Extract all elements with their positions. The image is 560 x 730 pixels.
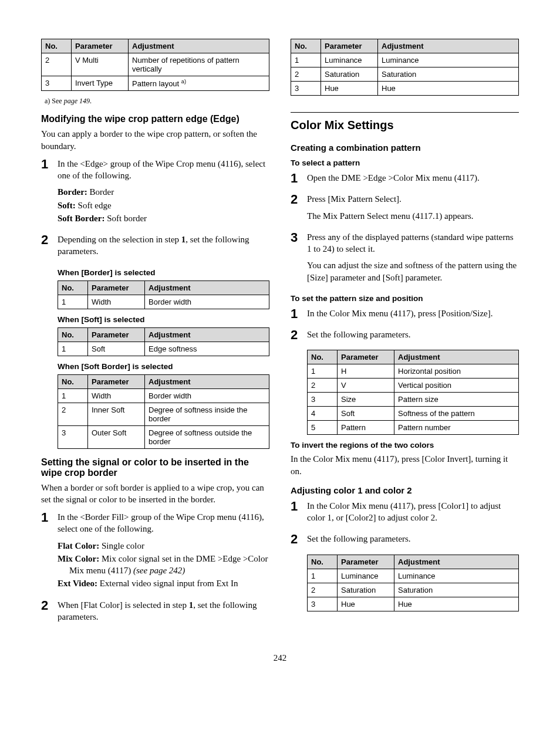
table-row: 3 Outer Soft Degree of softness outside … xyxy=(58,425,269,448)
step-2: 2 Set the following parameters. xyxy=(291,329,519,345)
table-row: 3HueHue xyxy=(308,597,519,611)
heading-fill: Setting the signal or color to be insert… xyxy=(41,457,269,478)
heading-combination: Creating a combination pattern xyxy=(291,143,519,153)
table-row: 3 Invert Type Pattern layout a) xyxy=(42,76,269,91)
footnote: a) See page 149. xyxy=(45,97,269,106)
table-size: No. Parameter Adjustment 1HHorizontal po… xyxy=(307,350,519,435)
table-row: 1LuminanceLuminance xyxy=(308,569,519,583)
table-row: 2SaturationSaturation xyxy=(308,583,519,597)
th-param: Parameter xyxy=(72,39,129,53)
heading-edge: Modifying the wipe crop pattern edge (Ed… xyxy=(41,114,269,124)
th-adj: Adjustment xyxy=(129,39,269,53)
table-flatcolor: No. Parameter Adjustment 1LuminanceLumin… xyxy=(291,39,519,96)
table-softborder: No. Parameter Adjustment 1 Width Border … xyxy=(58,374,269,449)
paragraph: When a border or soft border is applied … xyxy=(41,482,269,506)
when-softborder: When [Soft Border] is selected xyxy=(58,362,269,371)
th-no: No. xyxy=(42,39,72,53)
table-soft: No. Parameter Adjustment 1 Soft Edge sof… xyxy=(58,327,269,356)
definitions: Border: Border Soft: Soft edge Soft Bord… xyxy=(58,186,269,224)
heading-select: To select a pattern xyxy=(291,158,519,167)
when-border: When [Border] is selected xyxy=(58,268,269,277)
table-row: 1 Soft Edge softness xyxy=(58,342,269,356)
step-2: 2 Depending on the selection in step 1, … xyxy=(41,234,269,262)
heading-size: To set the pattern size and position xyxy=(291,294,519,303)
when-soft: When [Soft] is selected xyxy=(58,315,269,324)
table-adjcolor: No. Parameter Adjustment 1LuminanceLumin… xyxy=(307,555,519,611)
paragraph: You can apply a border to the wipe crop … xyxy=(41,128,269,152)
step-3: 3 Press any of the displayed patterns (s… xyxy=(291,231,519,288)
step-1: 1 In the Color Mix menu (4117), press [P… xyxy=(291,307,519,324)
table-top-left: No. Parameter Adjustment 2 V Multi Numbe… xyxy=(41,39,269,91)
step-1: 1 Open the DME >Edge >Color Mix menu (41… xyxy=(291,172,519,188)
heading-invert: To invert the regions of the two colors xyxy=(291,441,519,450)
step-1: 1 In the <Border Fill> group of the Wipe… xyxy=(41,511,269,594)
right-column: No. Parameter Adjustment 1LuminanceLumin… xyxy=(291,35,519,632)
table-row: 2 Inner Soft Degree of softness inside t… xyxy=(58,403,269,425)
table-row: 2VVertical position xyxy=(308,378,519,393)
table-row: 1LuminanceLuminance xyxy=(291,53,519,67)
table-row: 3HueHue xyxy=(291,82,519,96)
rule xyxy=(291,112,519,113)
table-row: 1 Width Border width xyxy=(58,388,269,403)
left-column: No. Parameter Adjustment 2 V Multi Numbe… xyxy=(41,35,269,632)
table-row: 2 V Multi Number of repetitions of patte… xyxy=(42,53,269,76)
step-1: 1 In the Color Mix menu (4117), press [C… xyxy=(291,500,519,529)
heading-adjcolor: Adjusting color 1 and color 2 xyxy=(291,485,519,495)
step-2: 2 Press [Mix Pattern Select]. The Mix Pa… xyxy=(291,193,519,227)
definitions: Flat Color: Single color Mix Color: Mix … xyxy=(58,540,269,590)
table-row: 5PatternPattern number xyxy=(308,421,519,435)
table-row: 1 Width Border width xyxy=(58,295,269,309)
paragraph: In the Color Mix menu (4117), press [Col… xyxy=(291,453,519,477)
step-2: 2 Set the following parameters. xyxy=(291,533,519,549)
step-1: 1 In the <Edge> group of the Wipe Crop m… xyxy=(41,158,269,229)
table-border: No. Parameter Adjustment 1 Width Border … xyxy=(58,280,269,309)
table-row: 4SoftSoftness of the pattern xyxy=(308,407,519,421)
step-2: 2 When [Flat Color] is selected in step … xyxy=(41,599,269,628)
heading-colormix: Color Mix Settings xyxy=(291,119,519,132)
table-row: 3SizePattern size xyxy=(308,393,519,407)
table-row: 2SaturationSaturation xyxy=(291,67,519,82)
page-number: 242 xyxy=(41,653,519,663)
table-row: 1HHorizontal position xyxy=(308,364,519,378)
